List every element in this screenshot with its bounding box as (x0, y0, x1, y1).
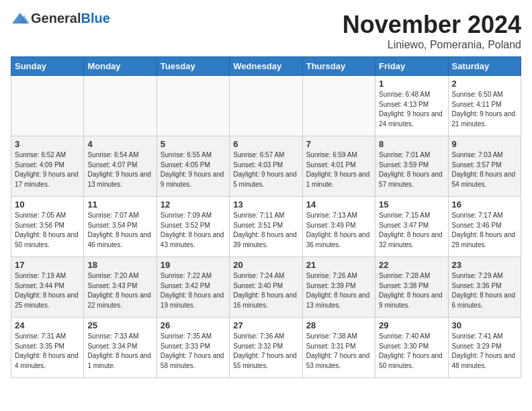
day-info: Sunrise: 7:01 AM Sunset: 3:59 PM Dayligh… (379, 150, 444, 189)
day-number: 7 (306, 139, 371, 149)
day-number: 23 (452, 260, 517, 270)
column-header-wednesday: Wednesday (230, 57, 302, 76)
logo-general-text: General (31, 11, 81, 26)
day-number: 27 (233, 320, 298, 330)
day-info: Sunrise: 7:26 AM Sunset: 3:39 PM Dayligh… (306, 271, 371, 310)
day-number: 17 (15, 260, 80, 270)
day-info: Sunrise: 6:55 AM Sunset: 4:05 PM Dayligh… (161, 150, 226, 189)
calendar-day-cell (302, 76, 375, 136)
logo: GeneralBlue (11, 11, 110, 26)
calendar-day-cell: 17Sunrise: 7:19 AM Sunset: 3:44 PM Dayli… (11, 257, 84, 318)
day-number: 18 (87, 260, 152, 270)
day-info: Sunrise: 6:52 AM Sunset: 4:09 PM Dayligh… (15, 150, 80, 189)
day-info: Sunrise: 7:28 AM Sunset: 3:38 PM Dayligh… (379, 271, 444, 310)
calendar-day-cell: 8Sunrise: 7:01 AM Sunset: 3:59 PM Daylig… (375, 136, 448, 197)
calendar-day-cell: 4Sunrise: 6:54 AM Sunset: 4:07 PM Daylig… (84, 136, 157, 197)
calendar-day-cell: 28Sunrise: 7:38 AM Sunset: 3:31 PM Dayli… (302, 318, 375, 378)
day-info: Sunrise: 7:31 AM Sunset: 3:35 PM Dayligh… (15, 332, 80, 371)
column-header-thursday: Thursday (302, 57, 375, 76)
day-info: Sunrise: 7:05 AM Sunset: 3:56 PM Dayligh… (15, 211, 80, 250)
calendar-day-cell: 19Sunrise: 7:22 AM Sunset: 3:42 PM Dayli… (157, 257, 229, 318)
day-number: 15 (379, 199, 444, 210)
calendar-day-cell (157, 76, 229, 136)
column-header-tuesday: Tuesday (157, 57, 229, 76)
day-info: Sunrise: 6:50 AM Sunset: 4:11 PM Dayligh… (452, 90, 517, 129)
month-title: November 2024 (343, 11, 521, 39)
calendar-day-cell: 6Sunrise: 6:57 AM Sunset: 4:03 PM Daylig… (230, 136, 302, 197)
calendar-table: SundayMondayTuesdayWednesdayThursdayFrid… (11, 56, 521, 378)
day-info: Sunrise: 7:15 AM Sunset: 3:47 PM Dayligh… (379, 211, 444, 250)
day-number: 2 (452, 79, 517, 89)
calendar-day-cell: 9Sunrise: 7:03 AM Sunset: 3:57 PM Daylig… (448, 136, 521, 197)
calendar-day-cell: 2Sunrise: 6:50 AM Sunset: 4:11 PM Daylig… (448, 76, 521, 136)
day-number: 9 (452, 139, 517, 149)
calendar-day-cell: 7Sunrise: 6:59 AM Sunset: 4:01 PM Daylig… (302, 136, 375, 197)
calendar-day-cell: 20Sunrise: 7:24 AM Sunset: 3:40 PM Dayli… (230, 257, 302, 318)
day-info: Sunrise: 6:54 AM Sunset: 4:07 PM Dayligh… (87, 150, 152, 189)
day-number: 16 (452, 199, 517, 210)
calendar-day-cell: 25Sunrise: 7:33 AM Sunset: 3:34 PM Dayli… (84, 318, 157, 378)
calendar-week-row: 17Sunrise: 7:19 AM Sunset: 3:44 PM Dayli… (11, 257, 521, 318)
day-number: 1 (379, 79, 444, 89)
calendar-day-cell: 3Sunrise: 6:52 AM Sunset: 4:09 PM Daylig… (11, 136, 84, 197)
day-info: Sunrise: 7:13 AM Sunset: 3:49 PM Dayligh… (306, 211, 371, 250)
day-number: 4 (87, 139, 152, 149)
day-number: 3 (15, 139, 80, 149)
calendar-day-cell: 29Sunrise: 7:40 AM Sunset: 3:30 PM Dayli… (375, 318, 448, 378)
day-number: 26 (161, 320, 226, 330)
calendar-day-cell: 15Sunrise: 7:15 AM Sunset: 3:47 PM Dayli… (375, 197, 448, 257)
day-info: Sunrise: 7:38 AM Sunset: 3:31 PM Dayligh… (306, 332, 371, 371)
day-info: Sunrise: 7:11 AM Sunset: 3:51 PM Dayligh… (233, 211, 298, 250)
day-info: Sunrise: 6:57 AM Sunset: 4:03 PM Dayligh… (233, 150, 298, 189)
column-header-sunday: Sunday (11, 57, 84, 76)
day-info: Sunrise: 7:03 AM Sunset: 3:57 PM Dayligh… (452, 150, 517, 189)
day-number: 19 (161, 260, 226, 270)
day-info: Sunrise: 6:48 AM Sunset: 4:13 PM Dayligh… (379, 90, 444, 129)
calendar-week-row: 3Sunrise: 6:52 AM Sunset: 4:09 PM Daylig… (11, 136, 521, 197)
calendar-day-cell: 30Sunrise: 7:41 AM Sunset: 3:29 PM Dayli… (448, 318, 521, 378)
day-number: 10 (15, 199, 80, 210)
calendar-day-cell: 1Sunrise: 6:48 AM Sunset: 4:13 PM Daylig… (375, 76, 448, 136)
day-number: 30 (452, 320, 517, 330)
calendar-day-cell: 11Sunrise: 7:07 AM Sunset: 3:54 PM Dayli… (84, 197, 157, 257)
calendar-day-cell: 24Sunrise: 7:31 AM Sunset: 3:35 PM Dayli… (11, 318, 84, 378)
calendar-day-cell: 22Sunrise: 7:28 AM Sunset: 3:38 PM Dayli… (375, 257, 448, 318)
logo-blue-text: Blue (81, 11, 109, 26)
day-number: 25 (87, 320, 152, 330)
calendar-header-row: SundayMondayTuesdayWednesdayThursdayFrid… (11, 57, 521, 76)
day-number: 14 (306, 199, 371, 210)
day-info: Sunrise: 7:17 AM Sunset: 3:46 PM Dayligh… (452, 211, 517, 250)
day-number: 6 (233, 139, 298, 149)
day-info: Sunrise: 7:07 AM Sunset: 3:54 PM Dayligh… (87, 211, 152, 250)
column-header-friday: Friday (375, 57, 448, 76)
day-info: Sunrise: 7:40 AM Sunset: 3:30 PM Dayligh… (379, 332, 444, 371)
column-header-monday: Monday (84, 57, 157, 76)
day-number: 20 (233, 260, 298, 270)
day-number: 28 (306, 320, 371, 330)
calendar-day-cell: 26Sunrise: 7:35 AM Sunset: 3:33 PM Dayli… (157, 318, 229, 378)
day-number: 13 (233, 199, 298, 210)
day-number: 22 (379, 260, 444, 270)
day-number: 24 (15, 320, 80, 330)
calendar-day-cell (84, 76, 157, 136)
calendar-day-cell: 10Sunrise: 7:05 AM Sunset: 3:56 PM Dayli… (11, 197, 84, 257)
logo-icon (11, 11, 30, 26)
day-number: 8 (379, 139, 444, 149)
day-info: Sunrise: 7:20 AM Sunset: 3:43 PM Dayligh… (87, 271, 152, 310)
calendar-day-cell (230, 76, 302, 136)
day-info: Sunrise: 6:59 AM Sunset: 4:01 PM Dayligh… (306, 150, 371, 189)
calendar-week-row: 10Sunrise: 7:05 AM Sunset: 3:56 PM Dayli… (11, 197, 521, 257)
title-block: November 2024 Liniewo, Pomerania, Poland (343, 11, 521, 51)
day-info: Sunrise: 7:36 AM Sunset: 3:32 PM Dayligh… (233, 332, 298, 371)
day-number: 12 (161, 199, 226, 210)
calendar-day-cell: 16Sunrise: 7:17 AM Sunset: 3:46 PM Dayli… (448, 197, 521, 257)
day-info: Sunrise: 7:19 AM Sunset: 3:44 PM Dayligh… (15, 271, 80, 310)
day-info: Sunrise: 7:24 AM Sunset: 3:40 PM Dayligh… (233, 271, 298, 310)
day-number: 5 (161, 139, 226, 149)
day-info: Sunrise: 7:33 AM Sunset: 3:34 PM Dayligh… (87, 332, 152, 371)
day-info: Sunrise: 7:29 AM Sunset: 3:36 PM Dayligh… (452, 271, 517, 310)
day-number: 11 (87, 199, 152, 210)
day-number: 29 (379, 320, 444, 330)
calendar-week-row: 24Sunrise: 7:31 AM Sunset: 3:35 PM Dayli… (11, 318, 521, 378)
day-info: Sunrise: 7:35 AM Sunset: 3:33 PM Dayligh… (161, 332, 226, 371)
